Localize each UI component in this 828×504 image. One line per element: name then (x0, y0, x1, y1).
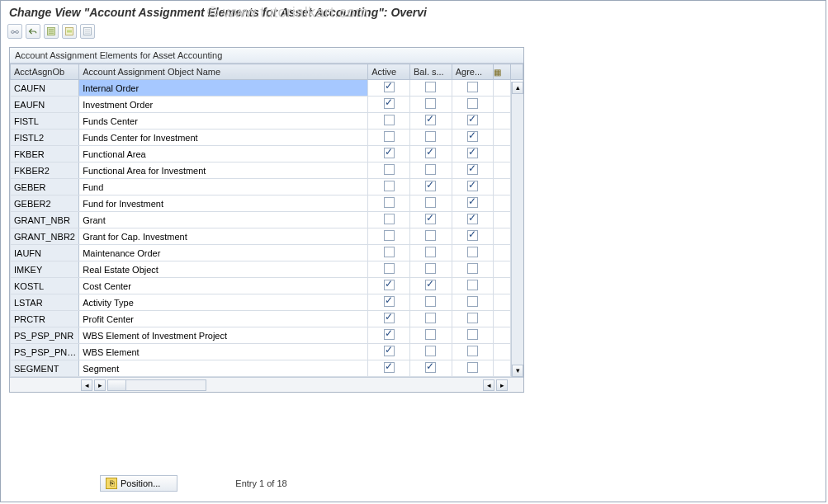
bals-checkbox[interactable] (425, 98, 436, 109)
active-checkbox[interactable] (384, 280, 395, 290)
scroll-right-button[interactable]: ▸ (94, 379, 106, 391)
active-checkbox[interactable] (384, 296, 395, 307)
cell-key[interactable]: PS_PSP_PNR (11, 327, 79, 344)
col-header-name[interactable]: Account Assignment Object Name (79, 64, 368, 80)
table-row[interactable]: LSTARActivity Type (11, 294, 523, 311)
agre-checkbox[interactable] (467, 214, 478, 224)
active-checkbox[interactable] (384, 181, 395, 191)
agre-checkbox[interactable] (467, 280, 478, 290)
cell-name[interactable]: Internal Order (79, 80, 368, 97)
table-row[interactable]: GRANT_NBRGrant (11, 212, 523, 228)
cell-key[interactable]: PS_PSP_PN… (11, 344, 79, 360)
bals-checkbox[interactable] (425, 148, 436, 158)
scroll-up-button[interactable]: ▴ (512, 82, 523, 94)
undo-button[interactable] (26, 24, 40, 39)
cell-key[interactable]: LSTAR (11, 294, 79, 311)
hscroll-thumb[interactable] (108, 380, 126, 390)
table-row[interactable]: KOSTLCost Center (11, 278, 523, 294)
cell-key[interactable]: KOSTL (11, 278, 79, 294)
agre-checkbox[interactable] (467, 164, 478, 175)
agre-checkbox[interactable] (467, 263, 478, 274)
bals-checkbox[interactable] (425, 115, 436, 125)
active-checkbox[interactable] (384, 346, 395, 356)
cell-key[interactable]: FKBER (11, 146, 79, 163)
hscroll-track[interactable] (107, 379, 206, 391)
scroll-right-end-button[interactable]: ▸ (496, 379, 508, 391)
agre-checkbox[interactable] (467, 115, 478, 125)
cell-name[interactable]: Fund for Investment (79, 195, 368, 212)
table-row[interactable]: FKBER2Functional Area for Investment (11, 163, 523, 179)
cell-name[interactable]: WBS Element of Investment Project (79, 327, 368, 344)
bals-checkbox[interactable] (425, 280, 436, 290)
cell-key[interactable]: IAUFN (11, 245, 79, 261)
table-row[interactable]: FISTL2Funds Center for Investment (11, 130, 523, 146)
table-row[interactable]: GEBERFund (11, 179, 523, 195)
agre-checkbox[interactable] (467, 346, 478, 356)
active-checkbox[interactable] (384, 115, 395, 125)
bals-checkbox[interactable] (425, 346, 436, 356)
cell-name[interactable]: Cost Center (79, 278, 368, 294)
cell-name[interactable]: Funds Center (79, 113, 368, 130)
col-header-configure[interactable]: ▦ (494, 64, 510, 80)
active-checkbox[interactable] (384, 82, 395, 92)
bals-checkbox[interactable] (425, 329, 436, 340)
cell-name[interactable]: Profit Center (79, 311, 368, 327)
bals-checkbox[interactable] (425, 263, 436, 274)
agre-checkbox[interactable] (467, 181, 478, 191)
cell-name[interactable]: Funds Center for Investment (79, 130, 368, 146)
bals-checkbox[interactable] (425, 296, 436, 307)
table-row[interactable]: FKBERFunctional Area (11, 146, 523, 163)
scroll-left-end-button[interactable]: ◂ (483, 379, 494, 391)
cell-name[interactable]: Fund (79, 179, 368, 195)
select-block-button[interactable] (62, 24, 77, 39)
active-checkbox[interactable] (384, 362, 395, 373)
cell-key[interactable]: GRANT_NBR2 (11, 228, 79, 245)
table-row[interactable]: SEGMENTSegment (11, 360, 523, 377)
table-row[interactable]: GEBER2Fund for Investment (11, 195, 523, 212)
active-checkbox[interactable] (384, 214, 395, 224)
cell-key[interactable]: IMKEY (11, 261, 79, 278)
agre-checkbox[interactable] (467, 362, 478, 373)
select-all-button[interactable] (44, 24, 59, 39)
agre-checkbox[interactable] (467, 197, 478, 208)
cell-key[interactable]: GRANT_NBR (11, 212, 79, 228)
cell-key[interactable]: GEBER (11, 179, 79, 195)
bals-checkbox[interactable] (425, 313, 436, 323)
cell-key[interactable]: FKBER2 (11, 163, 79, 179)
active-checkbox[interactable] (384, 263, 395, 274)
scroll-left-button[interactable]: ◂ (81, 379, 92, 391)
active-checkbox[interactable] (384, 148, 395, 158)
active-checkbox[interactable] (384, 164, 395, 175)
cell-name[interactable]: Investment Order (79, 97, 368, 113)
cell-key[interactable]: GEBER2 (11, 195, 79, 212)
bals-checkbox[interactable] (425, 197, 436, 208)
cell-name[interactable]: Grant for Cap. Investment (79, 228, 368, 245)
active-checkbox[interactable] (384, 98, 395, 109)
agre-checkbox[interactable] (467, 98, 478, 109)
cell-key[interactable]: PRCTR (11, 311, 79, 327)
col-header-agre[interactable]: Agre... (452, 64, 494, 80)
deselect-all-button[interactable] (80, 24, 95, 39)
table-row[interactable]: PRCTRProfit Center (11, 311, 523, 327)
agre-checkbox[interactable] (467, 82, 478, 92)
active-checkbox[interactable] (384, 131, 395, 142)
cell-name[interactable]: WBS Element (79, 344, 368, 360)
active-checkbox[interactable] (384, 329, 395, 340)
scroll-down-button[interactable]: ▾ (512, 365, 523, 377)
table-row[interactable]: CAUFNInternal Order (11, 80, 523, 97)
cell-key[interactable]: CAUFN (11, 80, 79, 97)
table-row[interactable]: PS_PSP_PN…WBS Element (11, 344, 523, 360)
cell-name[interactable]: Functional Area for Investment (79, 163, 368, 179)
col-header-active[interactable]: Active (368, 64, 410, 80)
bals-checkbox[interactable] (425, 362, 436, 373)
cell-key[interactable]: SEGMENT (11, 360, 79, 377)
cell-key[interactable]: FISTL2 (11, 130, 79, 146)
agre-checkbox[interactable] (467, 313, 478, 323)
col-header-bals[interactable]: Bal. s... (410, 64, 452, 80)
cell-name[interactable]: Grant (79, 212, 368, 228)
toggle-display-change-button[interactable] (7, 24, 22, 39)
bals-checkbox[interactable] (425, 164, 436, 175)
active-checkbox[interactable] (384, 313, 395, 323)
table-row[interactable]: GRANT_NBR2Grant for Cap. Investment (11, 228, 523, 245)
table-row[interactable]: IMKEYReal Estate Object (11, 261, 523, 278)
